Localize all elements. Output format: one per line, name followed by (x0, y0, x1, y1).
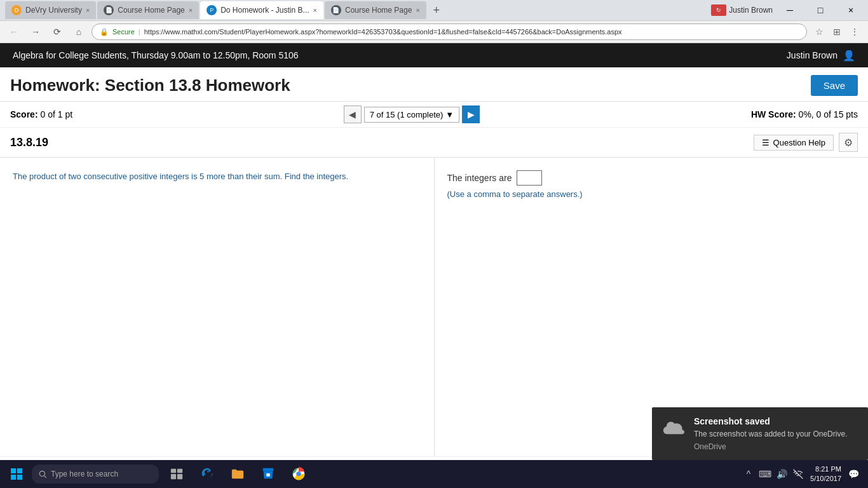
list-icon: ☰ (762, 138, 770, 147)
question-selector-text: 7 of 15 (1 complete) (370, 110, 444, 119)
svg-rect-2 (171, 469, 176, 473)
tab4-label: Course Home Page (345, 6, 412, 15)
question-header: 13.8.19 ☰ Question Help ⚙ (0, 128, 868, 158)
address-input[interactable]: 🔒 Secure | https://www.mathxl.com/Studen… (92, 24, 807, 40)
app-header: Algebra for College Students, Thursday 9… (0, 43, 868, 67)
tab4-close[interactable]: × (416, 6, 419, 14)
windows-icon (11, 468, 22, 480)
task-view-button[interactable] (163, 460, 191, 488)
chrome-icon (292, 467, 306, 481)
tab1-close[interactable]: × (86, 6, 90, 14)
url-text[interactable]: https://www.mathxl.com/Student/PlayerHom… (144, 28, 799, 36)
browser-tab-2[interactable]: 📄 Course Home Page × (97, 1, 199, 19)
back-button[interactable]: ← (5, 23, 23, 41)
search-icon (38, 470, 47, 478)
settings-button[interactable]: ⚙ (839, 133, 858, 152)
network-icon[interactable] (791, 467, 805, 481)
homework-title: Homework: Section 13.8 Homework (10, 76, 290, 95)
taskbar-search-text: Type here to search (51, 470, 118, 478)
app-header-title: Algebra for College Students, Thursday 9… (13, 50, 299, 60)
score-label: Score: (10, 109, 38, 119)
chrome-button[interactable] (285, 460, 313, 488)
svg-point-0 (39, 471, 44, 476)
answer-row: The integers are (447, 170, 856, 186)
question-nav: ◀ 7 of 15 (1 complete) ▼ ▶ (344, 105, 480, 123)
volume-icon[interactable]: 🔊 (775, 467, 789, 481)
browser-tab-1[interactable]: D DeVry University × (5, 1, 96, 19)
notif-title: Screenshot saved (694, 416, 858, 426)
tab1-label: DeVry University (25, 6, 82, 15)
clock-time: 8:21 PM (810, 464, 841, 474)
keyboard-icon: ⌨ (758, 467, 772, 481)
start-button[interactable] (3, 460, 31, 488)
justin-label: Justin Brown (729, 6, 773, 15)
score-section: Score: 0 of 1 pt (10, 109, 72, 119)
svg-point-10 (297, 472, 301, 476)
tab3-label: Do Homework - Justin B... (220, 6, 309, 15)
answer-note: (Use a comma to separate answers.) (447, 189, 856, 199)
save-button[interactable]: Save (811, 75, 858, 96)
notification-icon[interactable]: ^ (742, 467, 756, 481)
score-bar: Score: 0 of 1 pt ◀ 7 of 15 (1 complete) … (0, 102, 868, 128)
address-actions: ☆ ⊞ ⋮ (811, 24, 863, 40)
justin-sync-icon: ↻ (711, 4, 726, 16)
notif-content: Screenshot saved The screenshot was adde… (694, 416, 858, 451)
minimize-button[interactable]: ─ (775, 0, 804, 20)
question-selector[interactable]: 7 of 15 (1 complete) ▼ (364, 107, 460, 123)
hw-score-label: HW Score: (751, 109, 796, 119)
taskbar-app-icons (163, 460, 313, 488)
onedrive-icon (662, 416, 685, 439)
system-clock: 8:21 PM 5/10/2017 (810, 464, 841, 484)
notif-source: OneDrive (694, 442, 858, 451)
maximize-button[interactable]: □ (806, 0, 835, 20)
hw-score-value: 0%, 0 of 15 pts (799, 109, 858, 119)
onedrive-notification: Screenshot saved The screenshot was adde… (652, 407, 868, 460)
bookmark-star-icon[interactable]: ☆ (811, 24, 827, 40)
new-tab-button[interactable]: + (428, 1, 445, 19)
file-explorer-icon (231, 467, 245, 481)
system-icons: ^ ⌨ 🔊 (742, 467, 805, 481)
extensions-icon[interactable]: ⊞ (829, 24, 845, 40)
secure-label: Secure (112, 28, 135, 36)
svg-line-1 (44, 476, 46, 478)
answer-input[interactable] (517, 170, 542, 186)
store-icon (261, 467, 275, 481)
user-name: Justin Brown (787, 50, 837, 60)
taskbar-search[interactable]: Type here to search (32, 464, 159, 484)
secure-icon: 🔒 (100, 28, 109, 36)
window-controls: ─ □ × (775, 0, 865, 20)
refresh-button[interactable]: ⟳ (48, 23, 66, 41)
question-tools: ☰ Question Help ⚙ (754, 133, 858, 152)
home-button[interactable]: ⌂ (70, 23, 88, 41)
prev-question-button[interactable]: ◀ (344, 105, 362, 123)
browser-tab-3[interactable]: P Do Homework - Justin B... × (200, 1, 323, 19)
tab3-close[interactable]: × (313, 6, 317, 14)
store-button[interactable] (254, 460, 282, 488)
app-header-user: Justin Brown 👤 (787, 50, 855, 62)
tab2-label: Course Home Page (118, 6, 184, 15)
score-value: 0 of 1 pt (40, 109, 72, 119)
next-question-button[interactable]: ▶ (462, 105, 480, 123)
forward-button[interactable]: → (27, 23, 44, 41)
question-left-panel: The product of two consecutive positive … (0, 158, 435, 456)
edge-button[interactable] (193, 460, 221, 488)
file-explorer-button[interactable] (224, 460, 252, 488)
homework-title-bar: Homework: Section 13.8 Homework Save (0, 67, 868, 102)
close-button[interactable]: × (836, 0, 865, 20)
tab3-favicon: P (207, 5, 217, 15)
browser-tab-4[interactable]: 📄 Course Home Page × (325, 1, 426, 19)
svg-rect-6 (263, 468, 274, 471)
question-help-label: Question Help (773, 138, 825, 147)
question-text: The product of two consecutive positive … (13, 170, 421, 183)
cloud-svg (663, 420, 684, 435)
network-svg (793, 469, 803, 479)
address-bar: ← → ⟳ ⌂ 🔒 Secure | https://www.mathxl.co… (0, 20, 868, 43)
question-help-button[interactable]: ☰ Question Help (754, 135, 834, 151)
tab2-close[interactable]: × (189, 6, 193, 14)
answer-label: The integers are (447, 173, 512, 183)
menu-icon[interactable]: ⋮ (846, 24, 863, 40)
tab2-favicon: 📄 (104, 5, 114, 15)
action-center-button[interactable]: 💬 (846, 467, 860, 481)
chevron-down-icon: ▼ (445, 110, 454, 119)
taskbar: Type here to search (0, 460, 868, 488)
